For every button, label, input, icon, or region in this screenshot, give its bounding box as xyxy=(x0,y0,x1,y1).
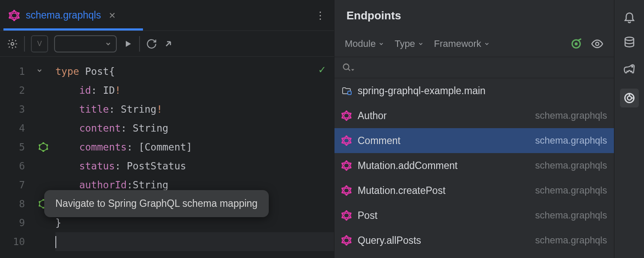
svg-point-28 xyxy=(341,117,343,119)
search-bar[interactable] xyxy=(334,57,614,78)
right-toolbar xyxy=(614,0,644,258)
panel-title: Endpoints xyxy=(334,0,614,31)
svg-point-50 xyxy=(349,217,351,218)
filter-module[interactable]: Module xyxy=(345,38,384,49)
refresh-icon[interactable] xyxy=(146,38,157,49)
graphql-icon xyxy=(341,135,352,146)
check-icon[interactable]: ✓ xyxy=(319,63,325,76)
svg-point-22 xyxy=(343,64,349,70)
code-line: status: PostStatus xyxy=(55,157,334,175)
svg-point-11 xyxy=(39,148,40,150)
endpoint-name: Author xyxy=(358,110,529,122)
endpoint-name: Post xyxy=(358,210,529,221)
endpoint-row[interactable]: Mutation.addCommentschema.graphqls xyxy=(334,153,614,178)
editor-toolbar: V xyxy=(0,31,334,57)
svg-point-32 xyxy=(349,142,351,144)
svg-point-46 xyxy=(341,192,343,194)
close-icon[interactable]: ✕ xyxy=(109,10,116,21)
svg-point-2 xyxy=(18,16,20,18)
svg-point-8 xyxy=(46,144,48,146)
target-icon[interactable] xyxy=(570,38,582,50)
code-area[interactable]: ✓ type Post{ id: ID! title: String! cont… xyxy=(55,57,334,258)
svg-point-61 xyxy=(632,66,633,67)
endpoint-row[interactable]: Query.allPostsschema.graphqls xyxy=(334,228,614,253)
svg-point-6 xyxy=(11,42,14,45)
svg-point-29 xyxy=(341,113,343,114)
endpoint-name: Mutation.addComment xyxy=(358,160,529,172)
endpoint-name: Mutation.createPost xyxy=(358,185,529,197)
svg-point-34 xyxy=(341,142,343,144)
endpoint-file: schema.graphqls xyxy=(535,160,607,171)
svg-point-4 xyxy=(9,16,11,18)
nav-gutter-icon[interactable] xyxy=(31,138,55,157)
line-number: 10 xyxy=(0,232,31,251)
graphql-icon xyxy=(341,235,352,246)
svg-point-31 xyxy=(349,138,351,139)
module-row[interactable]: spring-graphql-example.main xyxy=(334,78,614,103)
variant-button[interactable]: V xyxy=(31,35,48,52)
code-line: type Post{ xyxy=(55,62,334,81)
run-config-dropdown[interactable] xyxy=(54,35,117,52)
graphql-icon xyxy=(341,185,352,196)
fold-icon[interactable] xyxy=(36,67,43,74)
code-line: content: String xyxy=(55,119,334,138)
endpoint-list: spring-graphql-example.main Authorschema… xyxy=(334,78,614,258)
svg-point-5 xyxy=(9,12,11,14)
eye-icon[interactable] xyxy=(591,37,604,50)
svg-point-1 xyxy=(18,12,20,14)
svg-point-12 xyxy=(39,144,40,146)
svg-point-9 xyxy=(46,148,48,150)
svg-rect-23 xyxy=(348,91,351,95)
graphql-icon xyxy=(341,210,352,221)
database-icon[interactable] xyxy=(623,36,636,49)
gear-icon[interactable] xyxy=(7,38,18,49)
endpoint-file: schema.graphqls xyxy=(535,210,607,221)
svg-point-43 xyxy=(349,187,351,189)
svg-point-58 xyxy=(341,242,343,243)
open-external-icon[interactable] xyxy=(163,39,173,49)
svg-point-21 xyxy=(595,42,599,46)
line-number: 6 xyxy=(0,157,31,175)
svg-point-49 xyxy=(349,212,351,214)
tab-bar: schema.graphqls ✕ ⋮ xyxy=(0,0,334,31)
endpoint-name: Query.allPosts xyxy=(358,235,529,246)
editor-tab[interactable]: schema.graphqls ✕ xyxy=(0,0,125,31)
filter-bar: Module Type Framework xyxy=(334,31,614,57)
folder-icon xyxy=(341,86,352,96)
graphql-icon xyxy=(9,10,20,21)
svg-point-55 xyxy=(349,237,351,239)
svg-point-41 xyxy=(341,163,343,164)
filter-framework[interactable]: Framework xyxy=(434,38,490,49)
svg-point-59 xyxy=(341,237,343,239)
editor-pane: schema.graphqls ✕ ⋮ V 1 2 3 xyxy=(0,0,334,258)
gradle-icon[interactable] xyxy=(623,62,636,76)
svg-point-38 xyxy=(349,167,351,169)
code-line: id: ID! xyxy=(55,81,334,100)
tab-underline xyxy=(3,28,143,31)
svg-point-25 xyxy=(349,113,351,114)
bell-icon[interactable] xyxy=(623,10,636,23)
endpoints-panel: Endpoints Module Type Framework spring-g… xyxy=(334,0,614,258)
endpoints-icon[interactable] xyxy=(620,89,639,108)
svg-point-35 xyxy=(341,138,343,139)
chevron-down-icon xyxy=(350,68,355,72)
svg-point-18 xyxy=(39,201,40,203)
endpoint-row[interactable]: Authorschema.graphqls xyxy=(334,103,614,128)
line-gutter: 1 2 3 4 5 6 7 8 9 10 xyxy=(0,57,31,258)
svg-point-63 xyxy=(627,96,631,100)
code-line: comments: [Comment] xyxy=(55,138,334,157)
svg-point-53 xyxy=(341,212,343,214)
endpoint-file: schema.graphqls xyxy=(535,185,607,196)
filter-type[interactable]: Type xyxy=(395,38,424,49)
line-number: 7 xyxy=(0,175,31,194)
run-icon[interactable] xyxy=(123,39,133,49)
more-icon[interactable]: ⋮ xyxy=(315,9,326,21)
code-editor[interactable]: 1 2 3 4 5 6 7 8 9 10 ✓ type Post{ id: ID… xyxy=(0,57,334,258)
endpoint-row[interactable]: Commentschema.graphqls xyxy=(334,128,614,153)
endpoint-row[interactable]: Postschema.graphqls xyxy=(334,203,614,228)
line-number: 5 xyxy=(0,138,31,157)
svg-point-37 xyxy=(349,163,351,164)
line-number: 2 xyxy=(0,81,31,100)
endpoint-row[interactable]: Mutation.createPostschema.graphqls xyxy=(334,178,614,203)
svg-point-60 xyxy=(625,37,634,41)
